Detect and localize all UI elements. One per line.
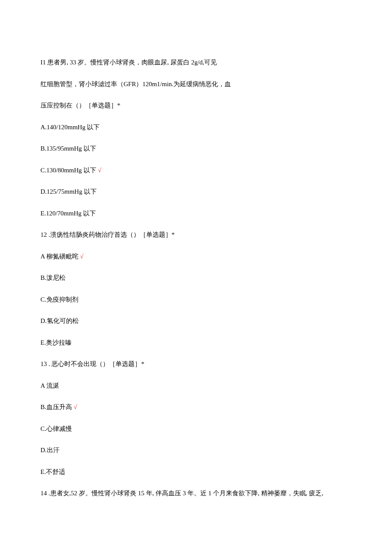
option-text: A 流涎	[40, 382, 59, 389]
option-text: E.120/70mmHg 以下	[40, 210, 96, 217]
question-block: 13 . 恶心时不会出现（）［单选题］*A 流涎B.血压升高√C.心律减慢D.出…	[40, 359, 352, 477]
option: B.泼尼松	[40, 273, 352, 283]
question-stem-line: 红细胞管型，肾小球滤过率（GFR）120m1/min.为延缓病情恶化，血	[40, 79, 352, 89]
option: E.120/70mmHg 以下	[40, 209, 352, 218]
question-stem-line: 14 .患者女,52 岁。慢性肾小球肾炎 15 年, 伴高血压 3 年。近 1 …	[40, 488, 352, 498]
option-text: A.140/120mmHg 以下	[40, 124, 100, 131]
option-text: D.出汗	[40, 447, 60, 453]
option: C.130/80mmHg 以下√	[40, 166, 352, 175]
question-block: I1 患者男, 33 岁。慢性肾小球肾炎，肉眼血尿, 尿蛋白 2g/d,可见红细…	[40, 58, 352, 218]
check-mark-icon: √	[80, 253, 84, 260]
check-mark-icon: √	[98, 167, 101, 174]
option-text: C.心律减慢	[40, 425, 72, 432]
option: E.奥沙拉嗪	[40, 338, 352, 348]
option-text: B.血压升高	[40, 404, 72, 410]
question-stem-line: 压应控制在（）［单选题］*	[40, 101, 352, 110]
option: A 流涎	[40, 381, 352, 391]
check-mark-icon: √	[74, 404, 77, 410]
option-text: C.130/80mmHg 以下	[40, 167, 96, 174]
option: B.血压升高√	[40, 402, 352, 412]
question-stem-line: 12 .溃疡性结肠炎药物治疗首选（）［单选题］*	[40, 230, 352, 240]
option-text: D.125/75mmHg 以下	[40, 188, 97, 195]
question-stem-line: 13 . 恶心时不会出现（）［单选题］*	[40, 359, 352, 369]
option: C.免疫抑制剂	[40, 295, 352, 305]
option-text: E.不舒适	[40, 468, 65, 475]
option-text: C.免疫抑制剂	[40, 296, 78, 303]
option: D.氢化可的松	[40, 316, 352, 326]
option: E.不舒适	[40, 467, 352, 477]
option-text: B.135/95mmHg 以下	[40, 145, 96, 152]
question-block: 12 .溃疡性结肠炎药物治疗首选（）［单选题］*A 柳氮磺毗咤√B.泼尼松C.免…	[40, 230, 352, 347]
option-text: E.奥沙拉嗪	[40, 339, 72, 346]
option: A 柳氮磺毗咤√	[40, 252, 352, 262]
document-content: I1 患者男, 33 岁。慢性肾小球肾炎，肉眼血尿, 尿蛋白 2g/d,可见红细…	[40, 58, 352, 498]
option-text: B.泼尼松	[40, 274, 66, 281]
option-text: D.氢化可的松	[40, 317, 79, 324]
question-stem-line: I1 患者男, 33 岁。慢性肾小球肾炎，肉眼血尿, 尿蛋白 2g/d,可见	[40, 58, 352, 67]
option: C.心律减慢	[40, 424, 352, 434]
option: B.135/95mmHg 以下	[40, 144, 352, 154]
option-text: A 柳氮磺毗咤	[40, 253, 78, 260]
question-block: 14 .患者女,52 岁。慢性肾小球肾炎 15 年, 伴高血压 3 年。近 1 …	[40, 488, 352, 498]
option: D.125/75mmHg 以下	[40, 187, 352, 197]
option: D.出汗	[40, 445, 352, 455]
option: A.140/120mmHg 以下	[40, 122, 352, 132]
